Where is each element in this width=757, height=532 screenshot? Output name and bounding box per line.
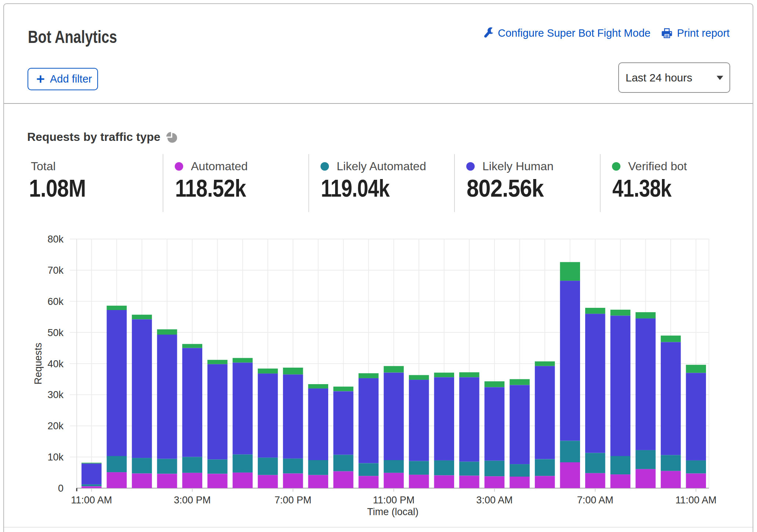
svg-text:Requests: Requests <box>33 343 44 385</box>
svg-text:3:00 PM: 3:00 PM <box>174 495 211 506</box>
svg-text:Time (local): Time (local) <box>367 506 419 517</box>
svg-text:0: 0 <box>58 483 64 494</box>
svg-text:50k: 50k <box>47 327 64 338</box>
svg-text:70k: 70k <box>47 265 64 276</box>
svg-text:7:00 PM: 7:00 PM <box>275 495 312 506</box>
svg-text:80k: 80k <box>47 234 64 245</box>
svg-text:10k: 10k <box>47 452 64 463</box>
svg-text:7:00 AM: 7:00 AM <box>577 495 613 506</box>
svg-text:60k: 60k <box>47 296 64 307</box>
svg-text:3:00 AM: 3:00 AM <box>476 495 512 506</box>
svg-text:30k: 30k <box>47 389 64 400</box>
svg-text:11:00 AM: 11:00 AM <box>675 495 717 506</box>
svg-text:11:00 PM: 11:00 PM <box>373 495 415 506</box>
svg-text:40k: 40k <box>47 358 64 369</box>
svg-text:20k: 20k <box>47 420 64 431</box>
svg-text:11:00 AM: 11:00 AM <box>71 495 112 506</box>
